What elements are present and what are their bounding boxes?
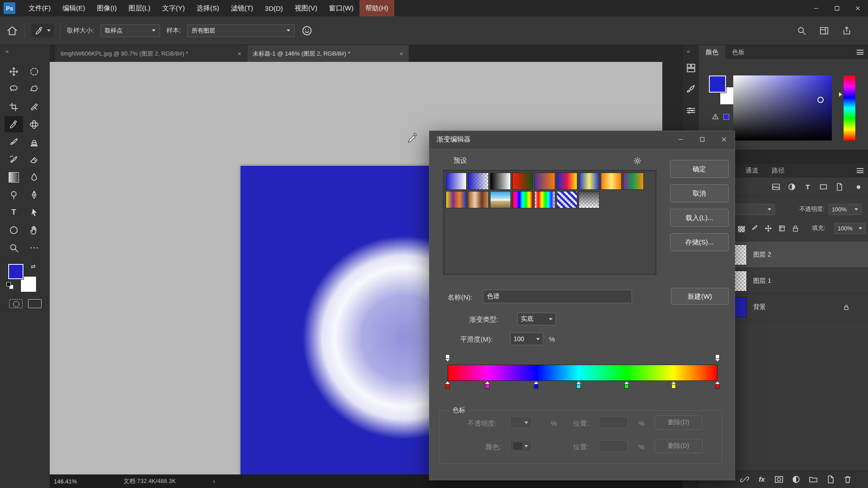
menu-item[interactable]: 文件(F) <box>23 0 57 16</box>
eyedropper-tool[interactable] <box>5 116 23 132</box>
window-minimize-button[interactable] <box>806 0 826 16</box>
document-tab[interactable]: 未标题-1 @ 146% (图层 2, RGB/8#) *× <box>247 45 409 62</box>
saturation-brightness-field[interactable] <box>733 75 832 141</box>
new-layer-icon[interactable] <box>826 474 835 484</box>
swap-colors-icon[interactable]: ⇄ <box>31 263 36 270</box>
gradient-preset-transparent-stripes[interactable] <box>557 191 577 208</box>
sample-size-dropdown[interactable]: 取样点 <box>100 24 160 37</box>
add-mask-icon[interactable] <box>774 474 784 484</box>
lock-transparency-icon[interactable] <box>737 224 745 233</box>
lock-artboard-icon[interactable] <box>778 224 786 233</box>
panel-menu-icon[interactable] <box>857 45 863 59</box>
workspace-switcher-icon[interactable] <box>819 26 829 36</box>
dialog-title-bar[interactable]: 渐变编辑器 <box>429 131 735 148</box>
gradient-preview-bar[interactable] <box>448 365 717 381</box>
color-field-cursor[interactable] <box>817 97 824 103</box>
shape-layer-filter-icon[interactable] <box>819 182 828 192</box>
delete-color-stop-button[interactable]: 删除(D) <box>655 439 703 453</box>
clone-stamp-tool[interactable] <box>25 134 43 150</box>
foreground-color-swatch[interactable] <box>8 264 24 279</box>
menu-item[interactable]: 编辑(E) <box>57 0 91 16</box>
gradient-preset-transparent-rainbow[interactable] <box>534 191 555 208</box>
collapsed-panel-1-icon[interactable] <box>685 62 697 74</box>
gradient-preset-violet-orange[interactable] <box>534 173 555 190</box>
gradient-preset-violet-green-orange[interactable] <box>623 173 644 190</box>
lock-paint-icon[interactable] <box>750 224 759 233</box>
ellipse-tool[interactable] <box>5 222 23 238</box>
smoothness-dropdown[interactable]: 100 <box>510 333 543 345</box>
path-selection-tool[interactable] <box>25 204 43 221</box>
gradient-preset-foreground-to-background[interactable] <box>446 173 467 190</box>
layer-filter-toggle-icon[interactable] <box>854 183 863 191</box>
default-colors-icon[interactable] <box>6 282 14 290</box>
menu-item[interactable]: 窗口(W) <box>323 0 359 16</box>
type-tool[interactable]: T <box>5 204 23 221</box>
gradient-preset-red-green[interactable] <box>512 173 533 190</box>
new-adjustment-icon[interactable] <box>791 474 801 484</box>
healing-brush-tool[interactable] <box>25 116 43 132</box>
presets-gear-icon[interactable] <box>633 156 642 165</box>
lock-all-icon[interactable] <box>791 224 800 233</box>
tab-swatches[interactable]: 色板 <box>725 45 751 59</box>
tab-close-button[interactable]: × <box>400 50 403 57</box>
brush-tool[interactable] <box>5 134 23 150</box>
panel-foreground-swatch[interactable] <box>709 75 726 93</box>
gradient-preset-copper[interactable] <box>468 191 489 208</box>
pen-tool[interactable] <box>25 187 43 203</box>
more-tool[interactable] <box>25 239 43 256</box>
delete-layer-icon[interactable] <box>843 474 853 484</box>
smart-object-filter-icon[interactable] <box>835 182 844 192</box>
layer-fill-dropdown[interactable]: 100% <box>834 223 866 234</box>
menu-item[interactable]: 帮助(H) <box>359 0 394 16</box>
menu-item[interactable]: 视图(V) <box>289 0 323 16</box>
search-icon[interactable] <box>797 26 807 36</box>
lasso-tool[interactable] <box>5 81 23 97</box>
new-group-icon[interactable] <box>808 474 818 484</box>
color-stop[interactable] <box>576 381 581 389</box>
gradient-preset-spectrum[interactable] <box>512 191 533 208</box>
home-icon[interactable] <box>6 25 18 37</box>
polygonal-lasso-tool[interactable] <box>25 81 43 97</box>
cancel-button[interactable]: 取消 <box>670 184 729 202</box>
color-stop[interactable] <box>671 381 676 389</box>
dialog-minimize-button[interactable] <box>670 131 691 148</box>
sample-ring-icon[interactable] <box>301 25 313 37</box>
status-chevron-icon[interactable]: › <box>213 478 215 485</box>
hand-tool[interactable] <box>25 222 43 238</box>
window-maximize-button[interactable] <box>826 0 847 16</box>
color-stop[interactable] <box>445 381 450 389</box>
eraser-tool[interactable] <box>25 151 43 168</box>
window-close-button[interactable] <box>847 0 868 16</box>
sample-layers-dropdown[interactable]: 所有图层 <box>187 24 295 37</box>
web-color-cube-icon[interactable] <box>723 114 729 120</box>
collapsed-panel-2-icon[interactable] <box>685 84 697 95</box>
gradient-preset-chrome[interactable] <box>490 191 511 208</box>
active-tool-preset[interactable] <box>31 24 54 38</box>
dodge-tool[interactable] <box>5 187 23 203</box>
gradient-preset-blue-red-yellow[interactable] <box>557 173 577 190</box>
slice-tool[interactable] <box>25 99 43 115</box>
menu-item[interactable]: 图像(I) <box>91 0 123 16</box>
zoom-tool[interactable] <box>5 239 23 256</box>
gradient-tool[interactable] <box>5 169 23 185</box>
blur-tool[interactable] <box>25 169 43 185</box>
panel-menu-icon[interactable] <box>857 164 863 178</box>
stop-color-location-input[interactable] <box>599 440 627 452</box>
hue-pointer-icon[interactable] <box>839 92 842 97</box>
color-stop[interactable] <box>534 381 538 389</box>
crop-tool[interactable] <box>5 99 23 115</box>
gradient-preset-blue-yellow-blue[interactable] <box>579 173 599 190</box>
gradient-name-input[interactable] <box>483 290 632 303</box>
move-tool[interactable] <box>5 63 23 80</box>
gradient-preset-foreground-to-transparent[interactable] <box>468 173 489 190</box>
adjustment-layer-filter-icon[interactable] <box>787 182 797 192</box>
load-button[interactable]: 载入(L)... <box>670 209 729 227</box>
new-button[interactable]: 新建(W) <box>671 288 729 305</box>
toolbox-collapse-icon[interactable]: « <box>5 48 8 55</box>
layer-opacity-dropdown[interactable]: 100% <box>828 204 862 215</box>
link-layers-icon[interactable] <box>740 474 750 484</box>
tab-close-button[interactable]: × <box>238 50 241 57</box>
layer-effects-icon[interactable]: fx <box>757 474 767 484</box>
menu-item[interactable]: 选择(S) <box>191 0 225 16</box>
stop-location-input[interactable] <box>599 417 627 428</box>
